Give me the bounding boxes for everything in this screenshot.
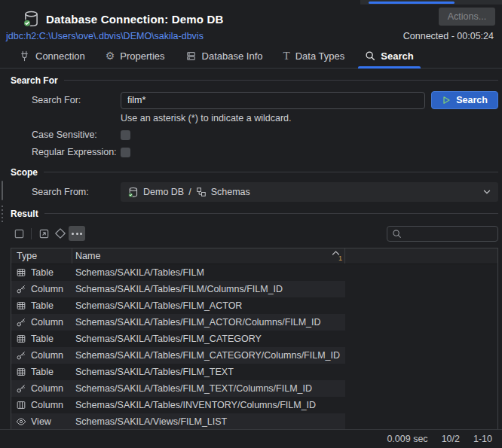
result-type-label: Column <box>31 383 63 394</box>
database-icon <box>127 187 139 198</box>
table-row[interactable]: TableSchemas/SAKILA/Tables/FILM_TEXT <box>11 364 497 380</box>
case-sensitive-label: Case Sensitive: <box>32 130 121 140</box>
result-name-cell: Schemas/SAKILA/Tables/FILM/Columns/FILM_… <box>72 284 345 294</box>
database-icon <box>22 10 40 28</box>
key-icon <box>16 317 26 328</box>
key-icon <box>16 383 26 394</box>
case-sensitive-checkbox[interactable] <box>121 130 130 140</box>
table-row[interactable]: ColumnSchemas/SAKILA/Tables/FILM_TEXT/Co… <box>11 380 497 397</box>
table-icon <box>16 300 26 311</box>
tab-label: Search <box>381 50 413 62</box>
result-type-cell: Table <box>11 367 72 377</box>
result-name-cell: Schemas/SAKILA/Views/FILM_LIST <box>72 416 345 427</box>
result-name-cell: Schemas/SAKILA/Tables/FILM_CATEGORY <box>72 334 345 344</box>
result-filter[interactable] <box>387 226 498 242</box>
jdbc-url-link[interactable]: jdbc:h2:C:\Users\ove\.dbvis\DEMO\sakila-… <box>6 31 204 41</box>
result-type-cell: Column <box>11 350 72 361</box>
result-name-cell: Schemas/SAKILA/Tables/INVENTORY/Columns/… <box>72 400 345 410</box>
active-tab-indicator <box>369 2 455 4</box>
connection-header: Database Connection: Demo DB Actions... … <box>0 5 502 44</box>
section-title-result: Result <box>11 209 38 219</box>
text-type-icon: T <box>283 50 290 62</box>
column-header-name[interactable]: Name 1 <box>72 248 345 264</box>
result-name-cell: Schemas/SAKILA/Tables/FILM_CATEGORY/Colu… <box>72 350 345 361</box>
result-type-cell: Table <box>11 267 72 278</box>
panel-edge-grip[interactable] <box>2 181 3 200</box>
result-toolbar <box>11 226 498 241</box>
result-type-label: Column <box>31 400 63 410</box>
section-divider <box>44 172 498 172</box>
chevron-down-icon <box>482 187 491 197</box>
search-from-label: Search From: <box>32 187 121 197</box>
table-icon <box>16 367 26 377</box>
database-connection-window: Database Connection: Demo DB Actions... … <box>0 0 502 448</box>
table-row[interactable]: TableSchemas/SAKILA/Tables/FILM_CATEGORY <box>11 331 497 347</box>
search-button[interactable]: Search <box>431 91 498 109</box>
play-icon <box>442 96 451 105</box>
result-name-cell: Schemas/SAKILA/Tables/FILM_TEXT <box>72 367 345 377</box>
connection-status: Connected - 00:05:24 <box>403 31 494 41</box>
table-row[interactable]: ColumnSchemas/SAKILA/Tables/FILM_ACTOR/C… <box>11 314 497 331</box>
database-info-icon <box>185 50 197 62</box>
select-rows-button[interactable] <box>11 226 27 241</box>
tab-label: Connection <box>35 50 85 62</box>
column-header-type[interactable]: Type <box>11 248 72 264</box>
result-table-header: Type Name 1 <box>11 248 497 264</box>
search-for-input[interactable] <box>121 92 425 109</box>
result-name-cell: Schemas/SAKILA/Tables/FILM <box>72 267 345 278</box>
result-name-cell: Schemas/SAKILA/Tables/FILM_ACTOR/Columns… <box>72 317 345 328</box>
eye-icon <box>16 416 26 427</box>
navigate-target-button[interactable] <box>52 226 69 241</box>
result-type-cell: Column <box>11 400 72 410</box>
status-row-range: 1-10 <box>473 434 492 444</box>
tab-label: Database Info <box>202 50 263 62</box>
result-type-cell: Column <box>11 383 72 394</box>
table-row[interactable]: ViewSchemas/SAKILA/Views/FILM_LIST <box>11 413 497 430</box>
tab-properties[interactable]: ⚙ Properties <box>106 44 165 68</box>
tab-search[interactable]: Search <box>365 44 413 68</box>
columns-icon <box>16 400 26 410</box>
table-row[interactable]: ColumnSchemas/SAKILA/Tables/FILM_CATEGOR… <box>11 347 497 364</box>
result-type-label: View <box>31 416 51 427</box>
open-in-window-button[interactable] <box>35 226 52 241</box>
connection-tabs: Connection ⚙ Properties Database Info T … <box>0 44 502 69</box>
table-row[interactable]: ColumnSchemas/SAKILA/Tables/INVENTORY/Co… <box>11 397 497 413</box>
tab-label: Properties <box>120 50 164 62</box>
more-options-button[interactable] <box>69 226 85 241</box>
key-icon <box>16 284 26 294</box>
result-type-cell: Column <box>11 317 72 328</box>
regular-expression-label: Regular Expression: <box>32 147 121 157</box>
scope-node-label: Schemas <box>211 187 250 197</box>
result-filter-input[interactable] <box>406 228 493 239</box>
tab-label: Data Types <box>295 50 345 62</box>
result-type-label: Column <box>31 284 63 294</box>
table-row[interactable]: TableSchemas/SAKILA/Tables/FILM <box>11 264 497 281</box>
status-bar: 0.009 sec 10/2 1-10 <box>0 429 502 448</box>
result-type-label: Table <box>31 267 54 278</box>
result-name-cell: Schemas/SAKILA/Tables/FILM_ACTOR <box>72 300 345 311</box>
search-from-dropdown[interactable]: Demo DB / Schemas <box>121 182 498 202</box>
tab-data-types[interactable]: T Data Types <box>283 44 345 68</box>
regular-expression-checkbox[interactable] <box>121 148 130 157</box>
table-row[interactable]: ColumnSchemas/SAKILA/Tables/FILM/Columns… <box>11 281 497 297</box>
more-options-icon <box>72 233 82 235</box>
status-exec-time: 0.009 sec <box>387 434 427 444</box>
wildcard-hint: Use an asterisk (*) to indicate a wildca… <box>121 113 498 123</box>
table-row[interactable]: TableSchemas/SAKILA/Tables/FILM_ACTOR <box>11 297 497 314</box>
tab-database-info[interactable]: Database Info <box>185 44 263 68</box>
actions-button[interactable]: Actions... <box>439 8 495 26</box>
schemas-icon <box>196 187 207 197</box>
scope-db-label: Demo DB <box>143 187 184 197</box>
magnifier-icon <box>392 229 402 239</box>
scope-separator: / <box>188 187 191 197</box>
result-table: Type Name 1 TableSchemas/SAKILA/Tables/F… <box>11 248 498 431</box>
section-title-scope: Scope <box>11 167 38 178</box>
result-type-label: Column <box>31 317 63 328</box>
search-panel: Search For Search For: Search Use an ast… <box>0 75 502 431</box>
plug-icon <box>19 50 30 62</box>
tab-connection[interactable]: Connection <box>19 44 85 68</box>
result-type-cell: Table <box>11 334 72 344</box>
table-icon <box>16 267 26 278</box>
splitter-grip[interactable] <box>2 206 4 222</box>
column-header-filler <box>345 248 497 264</box>
